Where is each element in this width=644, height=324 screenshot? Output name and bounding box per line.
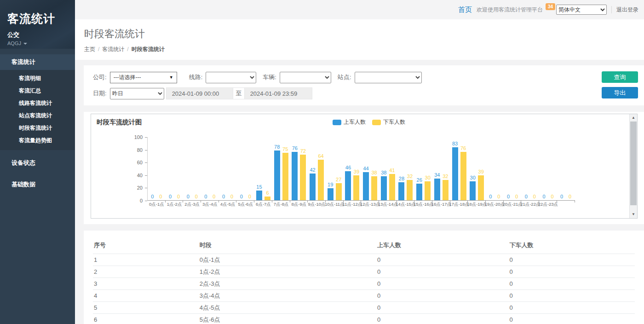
bar-wrap: 0 [496,137,502,200]
sidebar-subitem-客流汇总[interactable]: 客流汇总 [0,85,75,97]
legend-item[interactable]: 上车人数 [333,118,366,126]
export-button[interactable]: 导出 [602,87,638,98]
table-row: 21点-2点00 [93,266,635,278]
line-select[interactable] [206,72,256,83]
table-cell: 1 [93,254,199,266]
legend-item[interactable]: 下车人数 [372,118,405,126]
company-select-value: ---请选择--- [114,74,169,81]
bar-wrap: 83 [452,137,458,200]
bar-value-label: 0 [187,194,190,200]
table-cell: 0 [376,254,508,266]
breadcrumb-home[interactable]: 主页 [84,46,95,52]
bar-wrap: 19 [328,137,334,200]
bar-wrap: 0 [238,137,244,200]
x-tick-label: 0点-1点 [149,202,164,208]
filter-row-2: 日期: 昨日 至 [93,87,644,99]
sidebar-subitem-时段客流统计[interactable]: 时段客流统计 [0,122,75,134]
logout-link[interactable]: 退出登录 [616,6,638,14]
bar [371,176,377,200]
table-cell: 2 [93,266,199,278]
table-cell: 0 [376,302,508,314]
y-tick-mark [145,150,147,150]
bar-wrap: 26 [416,137,422,200]
table-header-cell: 序号 [93,238,199,254]
sidebar-item-base-data[interactable]: 基础数据 [0,176,75,193]
bar-wrap: 0 [506,137,512,200]
filter-panel: 公司: ---请选择--- ▼ 线路: 车辆: 站点: 日期: 昨日 [84,65,644,105]
bar [353,175,359,200]
user-dropdown[interactable]: AQGJ [7,40,75,46]
bar-wrap: 0 [549,137,555,200]
chart-category: 0020点-21点 [504,137,522,200]
date-preset-select[interactable]: 昨日 [110,88,164,99]
sidebar-item-device-status[interactable]: 设备状态 [0,154,75,172]
breadcrumb-separator: / [127,46,128,52]
x-tick-label: 5点-6点 [238,202,253,208]
bar-group: 00 [486,137,504,200]
chart-category: 443812点-13点 [361,137,379,200]
table-panel: 序号时段上车人数下车人数 10点-1点0021点-2点0032点-3点0043点… [84,231,644,324]
table-header-row: 序号时段上车人数下车人数 [93,238,635,254]
company-name: 公交 [7,31,75,39]
query-button[interactable]: 查询 [602,71,638,83]
company-select[interactable]: ---请选择--- ▼ [110,72,177,83]
bar [407,180,413,200]
bar-value-label: 76 [460,145,466,151]
bar-value-label: 26 [417,177,422,183]
bar-value-label: 30 [470,175,476,181]
scrollbar-thumb[interactable] [630,122,637,205]
date-from-input[interactable] [166,87,233,99]
table-cell: 1点-2点 [199,266,376,278]
table-cell: 3 [93,278,199,290]
content: 公司: ---请选择--- ▼ 线路: 车辆: 站点: 日期: 昨日 [75,60,644,324]
vehicle-select[interactable] [280,72,331,83]
bar-value-label: 0 [213,194,215,200]
sidebar-subitem-客流量趋势图[interactable]: 客流量趋势图 [0,134,75,147]
bar-value-label: 0 [159,194,162,200]
sidebar-subitem-站点客流统计[interactable]: 站点客流统计 [0,110,75,122]
table-row: 65点-6点00 [93,314,635,324]
bar-wrap: 6 [264,137,270,200]
sidebar-subitem-线路客流统计[interactable]: 线路客流统计 [0,97,75,110]
bar-value-label: 83 [452,141,458,147]
bar [363,172,369,200]
sidebar-item-passenger-stats[interactable]: 客流统计 [0,54,75,70]
bar-wrap: 27 [336,137,342,200]
bar-wrap: 41 [389,137,395,200]
bar-wrap: 0 [185,137,191,200]
breadcrumb-section[interactable]: 客流统计 [102,46,124,52]
scroll-up-icon[interactable]: ▲ [630,114,637,122]
bar-group: 00 [539,137,557,200]
bar-group: 00 [148,137,166,200]
bar-group: 8376 [450,137,468,200]
sidebar-nav: 客流统计 客流明细客流汇总线路客流统计站点客流统计时段客流统计客流量趋势图 设备… [0,54,75,193]
bar [416,184,422,200]
caret-down-icon: ▼ [169,75,173,80]
chart-category: 1566点-7点 [254,137,272,200]
bar [389,174,395,200]
x-tick-label: 12点-13点 [360,202,380,208]
chart-category: 005点-6点 [236,137,254,200]
bar-wrap: 0 [167,137,173,200]
table-cell: 0 [376,278,508,290]
scroll-down-icon[interactable]: ▼ [630,211,637,218]
bar-wrap: 42 [310,137,316,200]
station-select[interactable] [355,72,422,83]
chart-scrollbar[interactable]: ▲ ▼ [629,114,637,218]
table-row: 10点-1点00 [93,254,635,266]
table-cell: 0 [509,254,635,266]
chart-legend: 上车人数下车人数 [333,118,412,126]
home-link[interactable]: 首页 [458,6,472,14]
chart-category: 0022点-23点 [539,137,557,200]
chart-panel: 时段车流统计图 上车人数下车人数 020406080100 000点-1点001… [84,112,644,224]
language-select[interactable]: 简体中文 [556,5,607,15]
date-to-input[interactable] [244,87,312,99]
x-tick-label: 7点-8点 [274,202,289,208]
bar-value-label: 0 [542,194,545,200]
table-cell: 0 [509,266,635,278]
bar-value-label: 72 [300,148,306,154]
x-tick-label: 18点-19点 [467,202,487,208]
sidebar-subitem-客流明细[interactable]: 客流明细 [0,72,75,85]
bar [345,171,351,200]
bar-wrap: 0 [176,137,182,200]
